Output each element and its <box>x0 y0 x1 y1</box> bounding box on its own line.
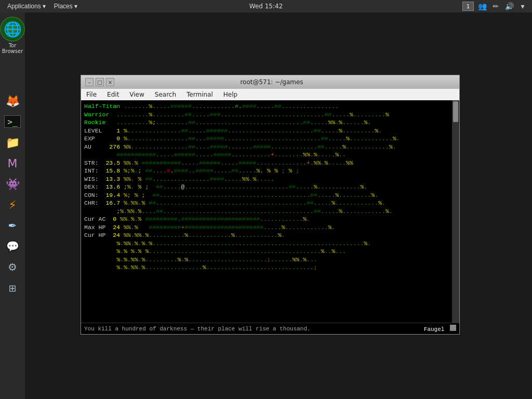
window-buttons: – □ × <box>84 78 114 86</box>
lightning-icon: ⚡ <box>8 198 16 211</box>
game-launcher[interactable]: 👾 <box>3 175 22 193</box>
volume-icon[interactable]: 🔊 <box>504 2 514 10</box>
mail-icon: M <box>8 157 18 170</box>
game-line-6: AU 276 %%................##....#####....… <box>84 143 448 151</box>
top-panel: Applications ▾ Places ▾ Wed 15:42 1 👥 ✏ … <box>0 0 532 12</box>
game-line-3: Rookie .........%;.........##...........… <box>84 118 448 127</box>
pencil-icon: ✏ <box>490 2 501 10</box>
folder-launcher[interactable]: 📁 <box>3 133 22 152</box>
game-line-21: %.%.%%.%................%...............… <box>84 263 448 272</box>
tor-globe-icon: 🌐 <box>0 17 25 42</box>
clock: Wed 15:42 <box>249 3 283 10</box>
people-icon: 👥 <box>477 2 487 10</box>
places-menu[interactable]: Places ▾ <box>51 0 81 12</box>
game-line-10: WIS: 13.3 %%. % ##................####..… <box>84 175 448 183</box>
terminal-titlebar: – □ × root@571: ~/games <box>81 75 459 89</box>
game-line-15: Cur AC 0 %%.%.% #########.##############… <box>84 215 448 223</box>
firefox-launcher[interactable]: 🦊 <box>3 91 22 110</box>
places-label: Places <box>54 3 73 10</box>
game-line-9: INT: 15.8 %;%.; ##....#.####..#####.....… <box>84 167 448 175</box>
minimize-button[interactable]: – <box>85 78 94 86</box>
draw-launcher[interactable]: ✒ <box>3 216 22 235</box>
chat-icon: 💬 <box>6 240 19 252</box>
applications-arrow: ▾ <box>43 3 46 10</box>
game-line-11: DEX: 13.6 ;%. % ; ##.....@..............… <box>84 183 448 191</box>
game-line-2: Warrior .........%.........##.....###...… <box>84 111 448 119</box>
terminal-window: – □ × root@571: ~/games File Edit View S… <box>81 75 460 335</box>
terminal-title: root@571: ~/games <box>114 78 429 86</box>
settings-icon: ⚙ <box>8 261 17 273</box>
close-button[interactable]: × <box>106 78 114 86</box>
maximize-button[interactable]: □ <box>96 78 104 86</box>
game-line-4: LEVEL 1 %...............##.....######...… <box>84 127 448 135</box>
applications-menu[interactable]: Applications ▾ <box>4 0 49 12</box>
tray-arrow[interactable]: ▾ <box>517 2 528 10</box>
game-line-7: ###########.....######.....#####........… <box>84 151 448 159</box>
lightning-launcher[interactable]: ⚡ <box>3 195 22 214</box>
menu-edit[interactable]: Edit <box>104 89 122 100</box>
game-line-12: CON: 19.4 %; % ; ##.....................… <box>84 191 448 200</box>
draw-icon: ✒ <box>8 219 17 232</box>
game-line-5: EXP 0 %.................##...#####......… <box>84 135 448 143</box>
game-line-17: Cur HP 24 %%.%%.%..........%............… <box>84 231 448 240</box>
chat-launcher[interactable]: 💬 <box>3 237 22 256</box>
menu-view[interactable]: View <box>126 89 147 100</box>
scrollbar-thumb[interactable] <box>453 101 458 122</box>
terminal-content[interactable]: Half-Titan .......%.....######..........… <box>81 100 459 323</box>
terminal-icon: >_ <box>4 115 21 128</box>
top-right-group: 1 👥 ✏ 🔊 ▾ <box>462 2 528 11</box>
menu-help[interactable]: Help <box>220 89 241 100</box>
settings-launcher[interactable]: ⚙ <box>3 258 22 276</box>
game-line-20: %.%.%%.%.........%.%....................… <box>84 256 448 264</box>
game-message: You kill a hundred of darkness — their p… <box>84 326 311 332</box>
game-line-8: STR: 23.5 %%.% ###########.....######...… <box>84 159 448 167</box>
workspace-1[interactable]: 1 <box>462 2 474 11</box>
firefox-icon: 🦊 <box>6 95 20 108</box>
game-line-19: %.% %.% %...............................… <box>84 247 448 256</box>
game-line-16: Max HP 24 %%.% #########+###############… <box>84 223 448 232</box>
game-icon: 👾 <box>6 178 20 191</box>
status-indicator <box>450 325 456 331</box>
terminal-launcher[interactable]: >_ <box>3 112 22 131</box>
mail-launcher[interactable]: M <box>3 154 22 172</box>
menu-terminal[interactable]: Terminal <box>183 89 216 100</box>
menu-search[interactable]: Search <box>152 89 179 100</box>
folder-icon: 📁 <box>6 136 20 149</box>
game-line-18: %.%%.%.%.%..............................… <box>84 240 448 248</box>
menu-file[interactable]: File <box>83 89 100 100</box>
game-status-bar: You kill a hundred of darkness — their p… <box>81 323 459 334</box>
desktop: 🌐 Tor Browser 🦊 >_ 📁 M 👾 ⚡ ✒ 💬 ⚙ <box>0 12 532 399</box>
grid-icon: ⊞ <box>8 283 16 294</box>
terminal-menubar: File Edit View Search Terminal Help <box>81 89 459 100</box>
tor-browser-label: Tor Browser <box>0 43 25 54</box>
scrollbar[interactable] <box>452 100 459 323</box>
character-name: Faugel <box>424 325 456 332</box>
game-line-13: CHR: 16.7 %.%%.% ##.....................… <box>84 199 448 207</box>
game-display: Half-Titan .......%.....######..........… <box>84 102 448 272</box>
game-line-14: ;%.%%.%....##...........................… <box>84 207 448 216</box>
sidebar: 🌐 Tor Browser 🦊 >_ 📁 M 👾 ⚡ ✒ 💬 ⚙ <box>0 12 25 399</box>
game-line-1: Half-Titan .......%.....######..........… <box>84 102 448 111</box>
places-arrow: ▾ <box>74 3 77 10</box>
applications-label: Applications <box>7 3 41 10</box>
grid-launcher[interactable]: ⊞ <box>3 278 22 297</box>
tor-browser-icon[interactable]: 🌐 Tor Browser <box>0 17 25 54</box>
top-left-group: Applications ▾ Places ▾ <box>4 0 81 12</box>
